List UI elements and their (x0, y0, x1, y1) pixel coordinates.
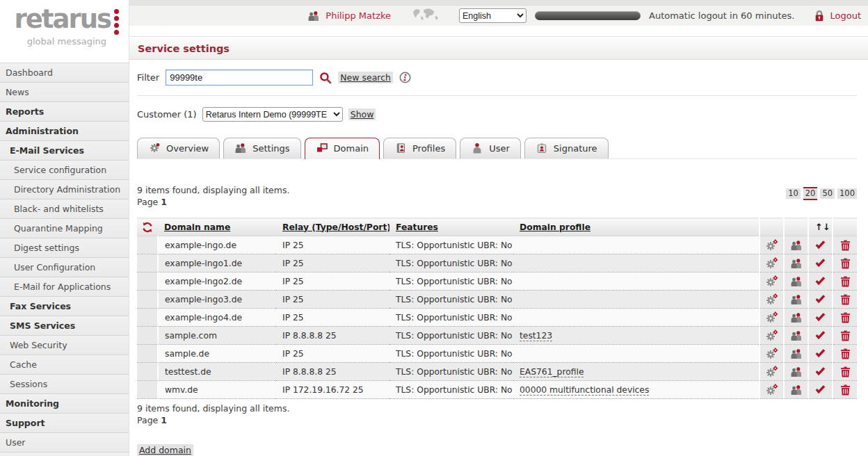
domain-active-check-icon[interactable] (814, 330, 826, 341)
domain-name-cell: example-ingo2.de (158, 272, 276, 291)
domain-profile-link[interactable]: test123 (520, 331, 552, 341)
domain-settings-icon[interactable] (766, 311, 778, 323)
sidebar-item-cache[interactable]: Cache (0, 355, 129, 375)
domain-profile-link[interactable]: EAS761_profile (520, 367, 584, 377)
delete-domain-icon[interactable] (840, 366, 851, 377)
domain-users-icon-cell (784, 345, 808, 363)
domain-profile-cell: EAS761_profile (513, 363, 760, 381)
domain-active-check-icon[interactable] (814, 294, 826, 304)
tab-label: User (489, 143, 510, 154)
page-size-20[interactable]: 20 (803, 187, 818, 200)
domain-users-icon[interactable] (790, 240, 803, 251)
delete-domain-icon-cell (833, 272, 857, 291)
domain-active-check-icon[interactable] (814, 348, 826, 359)
sidebar-item-user[interactable]: User (0, 433, 129, 453)
delete-domain-icon[interactable] (840, 312, 851, 323)
sidebar-item-reports[interactable]: Reports (0, 102, 129, 122)
retarus-logo: retarus global messaging (0, 0, 129, 63)
sidebar-item-dashboard[interactable]: Dashboard (0, 63, 129, 83)
sidebar-item-security[interactable]: Security (0, 453, 129, 456)
filter-input[interactable] (166, 70, 313, 86)
page-size-50[interactable]: 50 (820, 188, 835, 199)
domain-settings-icon[interactable] (766, 257, 778, 269)
domain-users-icon[interactable] (790, 348, 803, 359)
domain-settings-icon-cell (760, 345, 784, 363)
tab-label: Settings (252, 143, 289, 154)
sidebar-item-quarantine-mapping[interactable]: Quarantine Mapping (0, 219, 129, 238)
sort-toggle-icon[interactable]: ↑↓ (808, 218, 833, 236)
domain-active-check-icon-cell (808, 345, 833, 363)
domain-settings-icon[interactable] (766, 366, 778, 377)
tab-user[interactable]: User (460, 138, 521, 158)
domain-users-icon[interactable] (790, 276, 803, 287)
sidebar-item-sessions[interactable]: Sessions (0, 375, 129, 394)
sidebar-item-monitoring[interactable]: Monitoring (0, 394, 129, 414)
new-search-link[interactable]: New search (338, 72, 393, 83)
domain-settings-icon[interactable] (766, 329, 778, 341)
domain-profile-link[interactable]: 00000 multifunctional devices (520, 385, 649, 396)
sidebar-item-e-mail-services[interactable]: E-Mail Services (0, 141, 129, 161)
delete-domain-icon[interactable] (840, 258, 851, 269)
sidebar-item-administration[interactable]: Administration (0, 122, 129, 141)
customer-select[interactable]: Retarus Intern Demo (99999TE (202, 107, 343, 122)
domain-users-icon[interactable] (790, 312, 803, 323)
sidebar-item-e-mail-for-applications[interactable]: E-Mail for Applications (0, 277, 129, 297)
tab-domain[interactable]: Domain (305, 138, 380, 159)
domain-users-icon[interactable] (790, 294, 803, 305)
sidebar-item-news[interactable]: News (0, 83, 129, 102)
tab-overview[interactable]: Overview (137, 138, 220, 158)
sidebar-item-directory-administration[interactable]: Directory Administration (0, 180, 129, 200)
domain-active-check-icon[interactable] (814, 312, 826, 323)
sidebar-item-sms-services[interactable]: SMS Services (0, 316, 129, 336)
page-size-10[interactable]: 10 (786, 188, 801, 199)
domain-active-check-icon[interactable] (814, 366, 826, 377)
tab-signature[interactable]: Signature (524, 138, 609, 158)
column-features[interactable]: Features (396, 222, 438, 232)
column-domain-name[interactable]: Domain name (164, 222, 230, 232)
delete-domain-icon[interactable] (840, 240, 851, 251)
add-domain-button[interactable]: Add domain (137, 444, 193, 456)
domain-settings-icon[interactable] (766, 239, 778, 251)
domain-name-cell: testtest.de (158, 363, 276, 381)
domain-users-icon[interactable] (790, 330, 803, 341)
domain-settings-icon[interactable] (766, 275, 778, 287)
domain-active-check-icon[interactable] (814, 384, 826, 395)
relay-cell: IP 8.8.8.8 25 (276, 327, 389, 345)
column-relay[interactable]: Relay (Type/Host/Port) (282, 222, 389, 232)
tab-profiles[interactable]: Profiles (383, 138, 456, 158)
domain-active-check-icon[interactable] (814, 258, 826, 268)
domain-table-section: 9 items found, displaying all items. Pag… (137, 184, 857, 456)
domain-active-check-icon[interactable] (814, 240, 826, 250)
domain-active-check-icon-cell (808, 254, 833, 272)
sidebar-item-digest-settings[interactable]: Digest settings (0, 238, 129, 258)
domain-users-icon[interactable] (790, 384, 803, 396)
sidebar-item-fax-services[interactable]: Fax Services (0, 297, 129, 316)
tab-settings[interactable]: Settings (223, 138, 300, 158)
delete-domain-icon[interactable] (840, 348, 851, 359)
sidebar-item-web-security[interactable]: Web Security (0, 336, 129, 355)
domain-users-icon[interactable] (790, 366, 803, 377)
show-button[interactable]: Show (348, 108, 376, 120)
sidebar-item-user-configuration[interactable]: User Configuration (0, 258, 129, 277)
domain-profile-cell (513, 254, 760, 272)
logout-button[interactable]: Logout (814, 10, 861, 22)
domain-settings-icon[interactable] (766, 348, 778, 359)
info-icon[interactable] (399, 72, 411, 83)
domain-settings-icon[interactable] (766, 384, 778, 396)
sidebar-item-support[interactable]: Support (0, 414, 129, 433)
sidebar-item-black-and-whitelists[interactable]: Black- and whitelists (0, 200, 129, 219)
sidebar-item-service-configuration[interactable]: Service configuration (0, 161, 129, 180)
delete-domain-icon[interactable] (840, 294, 851, 305)
column-domain-profile[interactable]: Domain profile (520, 222, 590, 232)
domain-name-cell: sample.com (158, 327, 276, 345)
search-icon[interactable] (319, 72, 332, 84)
domain-settings-icon[interactable] (766, 293, 778, 305)
domain-users-icon[interactable] (790, 258, 803, 269)
language-select[interactable]: English (459, 8, 527, 23)
page-size-100[interactable]: 100 (837, 188, 857, 199)
domain-active-check-icon[interactable] (814, 276, 826, 286)
delete-domain-icon[interactable] (840, 276, 851, 287)
delete-domain-icon[interactable] (840, 384, 851, 396)
refresh-icon[interactable] (137, 218, 158, 236)
delete-domain-icon[interactable] (840, 330, 851, 341)
